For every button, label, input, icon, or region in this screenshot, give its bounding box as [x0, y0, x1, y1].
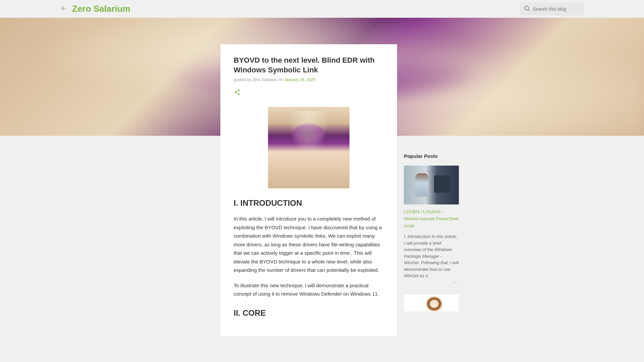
- svg-point-0: [525, 6, 529, 10]
- article-date[interactable]: January 18, 2025: [284, 77, 315, 82]
- main-article: BYOVD to the next level. Blind EDR with …: [220, 44, 397, 336]
- popular-post-title[interactable]: LOLBIN / LOLBAS – WinGet execute PowerSh…: [404, 208, 459, 229]
- sidebar: Popular Posts LOLBIN / LOLBAS – WinGet e…: [404, 153, 459, 336]
- section-heading-core: II. CORE: [234, 308, 384, 318]
- back-arrow-icon[interactable]: [60, 5, 67, 13]
- popular-post-image[interactable]: [404, 166, 459, 204]
- share-button[interactable]: [234, 89, 240, 97]
- article-meta: posted by Zero Salarium on January 18, 2…: [234, 77, 384, 82]
- content-wrapper: BYOVD to the next level. Blind EDR with …: [125, 44, 519, 336]
- search-icon: [524, 5, 530, 13]
- article-hero-image: [268, 107, 350, 188]
- article-paragraph: To illustrate this new technique, I will…: [234, 281, 384, 298]
- section-heading-intro: I. INTRODUCTION: [234, 198, 384, 208]
- meta-prefix: posted by: [234, 77, 252, 82]
- blog-title[interactable]: Zero Salarium: [72, 4, 520, 14]
- popular-post-image-2[interactable]: [404, 295, 459, 311]
- search-container[interactable]: [520, 3, 584, 15]
- article-author[interactable]: Zero Salarium: [252, 77, 277, 82]
- header-bar: Zero Salarium: [0, 0, 644, 18]
- meta-on: on: [277, 77, 284, 82]
- popular-post-excerpt: I. Introduction In this article, I will …: [404, 233, 459, 279]
- article-paragraph: In this article, I will introduce you to…: [234, 215, 384, 275]
- search-input[interactable]: [533, 6, 580, 12]
- sidebar-title: Popular Posts: [404, 153, 459, 159]
- article-title: BYOVD to the next level. Blind EDR with …: [234, 56, 384, 75]
